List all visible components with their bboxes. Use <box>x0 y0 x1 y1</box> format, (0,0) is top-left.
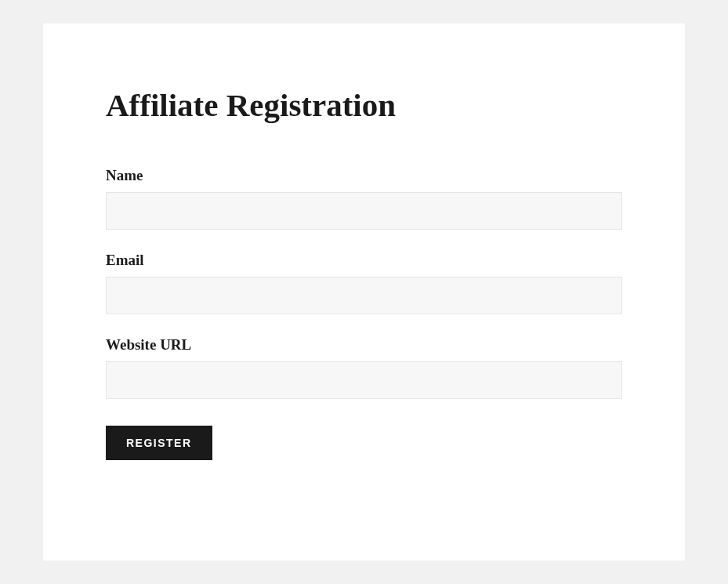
registration-card: Affiliate Registration Name Email Websit… <box>43 24 685 560</box>
name-input[interactable] <box>106 192 622 230</box>
form-group-website-url: Website URL <box>106 336 622 399</box>
page-title: Affiliate Registration <box>106 86 622 124</box>
email-label: Email <box>106 252 622 269</box>
form-group-name: Name <box>106 167 622 230</box>
website-url-label: Website URL <box>106 336 622 354</box>
form-group-email: Email <box>106 252 622 314</box>
affiliate-registration-form: Name Email Website URL Register <box>106 167 622 460</box>
name-label: Name <box>106 167 622 184</box>
email-input[interactable] <box>106 277 622 314</box>
website-url-input[interactable] <box>106 361 622 399</box>
register-button[interactable]: Register <box>106 426 212 460</box>
